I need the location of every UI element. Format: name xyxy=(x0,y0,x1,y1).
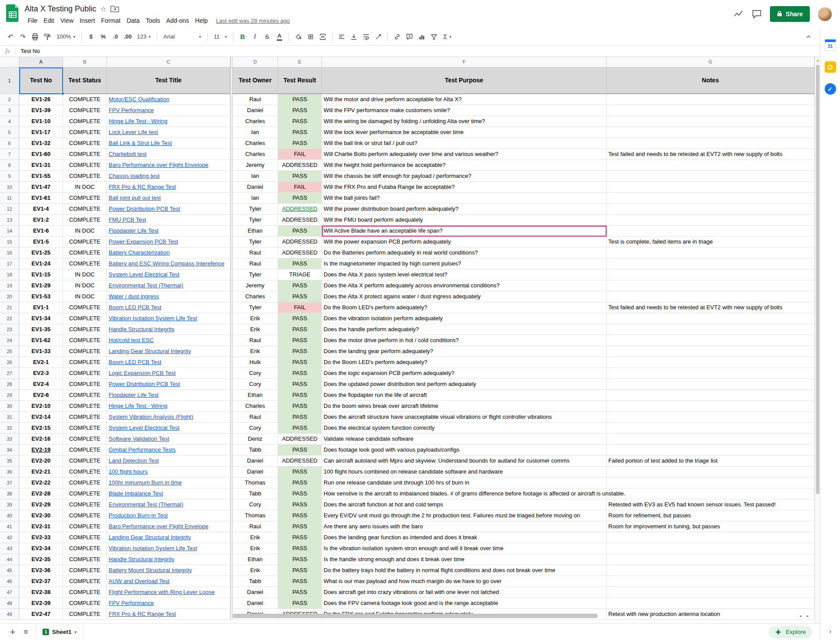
cell-D46[interactable]: Tabb xyxy=(233,576,278,587)
increase-decimal-button[interactable]: .00 xyxy=(122,31,134,42)
cell-A31[interactable]: EV2-14 xyxy=(19,412,63,423)
calendar-icon[interactable]: 31 xyxy=(825,39,836,51)
cell-G36[interactable] xyxy=(607,467,815,477)
cell-C40[interactable]: Production Burn-in Test xyxy=(107,510,230,521)
print-button[interactable] xyxy=(29,31,41,42)
cell-D18[interactable]: Tyler xyxy=(233,269,278,280)
formula-input[interactable]: Test No xyxy=(15,48,820,54)
cell-G47[interactable] xyxy=(607,587,815,598)
collapse-panel-chevron-icon[interactable]: › xyxy=(829,627,832,636)
cell-B34[interactable]: COMPLETE xyxy=(63,445,107,456)
row-header-41[interactable]: 41 xyxy=(0,521,19,532)
cell-A25[interactable]: EV1-33 xyxy=(19,346,63,357)
text-color-button[interactable]: A xyxy=(274,31,285,42)
cell-G21[interactable]: Test failed and needs to be retested at … xyxy=(607,302,815,313)
cell-E21[interactable]: FAIL xyxy=(278,302,322,313)
cell-E23[interactable]: PASS xyxy=(278,324,322,335)
text-rotation-button[interactable] xyxy=(373,31,384,42)
cell-F46[interactable]: What is our max payload and how much mar… xyxy=(322,576,607,587)
cell-G24[interactable] xyxy=(607,335,815,346)
text-wrap-button[interactable] xyxy=(360,31,372,42)
cell-A40[interactable]: EV2-30 xyxy=(19,510,63,521)
cell-G45[interactable] xyxy=(607,565,815,576)
cell-E26[interactable]: PASS xyxy=(278,357,322,368)
redo-button[interactable]: ↷ xyxy=(17,31,28,42)
cell-B30[interactable]: COMPLETE xyxy=(63,401,107,412)
cell-E25[interactable]: PASS xyxy=(278,346,322,357)
cell-F48[interactable]: Does the FPV camera footage look good an… xyxy=(322,598,607,609)
row-header-4[interactable]: 4 xyxy=(0,116,19,127)
cell-G6[interactable] xyxy=(607,138,815,149)
cell-G14[interactable] xyxy=(607,226,815,237)
row-header-34[interactable]: 34 xyxy=(0,445,19,456)
cell-F6[interactable]: Will the ball link or strut fail / pull … xyxy=(322,138,607,149)
cell-F39[interactable]: Does the aircraft function at hot and co… xyxy=(322,499,607,510)
borders-button[interactable]: ⊞ xyxy=(305,31,316,42)
cell-G7[interactable]: Test failed and needs to be retested at … xyxy=(607,149,815,160)
italic-button[interactable]: I xyxy=(249,31,261,42)
row-header-9[interactable]: 9 xyxy=(0,171,19,182)
cell-D33[interactable]: Deniz xyxy=(233,434,278,445)
cell-A3[interactable]: EV1-39 xyxy=(19,105,63,116)
cell-G16[interactable] xyxy=(607,248,815,258)
cell-D9[interactable]: Ian xyxy=(233,171,278,182)
row-header-22[interactable]: 22 xyxy=(0,313,19,324)
row-header-30[interactable]: 30 xyxy=(0,401,19,412)
cell-E9[interactable]: PASS xyxy=(278,171,322,182)
row-header-40[interactable]: 40 xyxy=(0,510,19,521)
cell-F34[interactable]: Does footage look good with various payl… xyxy=(322,445,607,456)
cell-E16[interactable]: ADDRESSED xyxy=(278,248,322,258)
row-header-14[interactable]: 14 xyxy=(0,226,19,237)
menu-view[interactable]: View xyxy=(57,17,77,24)
row-header-3[interactable]: 3 xyxy=(0,105,19,116)
cell-C19[interactable]: Environmental Test (Thermal) xyxy=(107,280,230,291)
cell-E34[interactable]: PASS xyxy=(278,445,322,456)
cell-C28[interactable]: Power Distribution PCB Test xyxy=(107,379,230,390)
cell-A35[interactable]: EV2-20 xyxy=(19,456,63,467)
cell-E47[interactable]: PASS xyxy=(278,587,322,598)
cell-C3[interactable]: FPV Performance xyxy=(107,105,230,116)
row-header-37[interactable]: 37 xyxy=(0,477,19,488)
cell-A9[interactable]: EV1-55 xyxy=(19,171,63,182)
cell-A33[interactable]: EV2-16 xyxy=(19,434,63,445)
cell-E5[interactable]: PASS xyxy=(278,127,322,138)
cell-D40[interactable]: Thomas xyxy=(233,510,278,521)
cell-G49[interactable]: Retest with new production antenna locat… xyxy=(607,609,815,620)
cell-A37[interactable]: EV2-22 xyxy=(19,477,63,488)
cell-G40[interactable]: Room for refinement, but passes xyxy=(607,510,815,521)
cell-G8[interactable] xyxy=(607,160,815,171)
cell-B35[interactable]: COMPLETE xyxy=(63,456,107,467)
cell-B15[interactable]: COMPLETE xyxy=(63,237,107,248)
cell-G17[interactable] xyxy=(607,258,815,269)
cell-E36[interactable]: PASS xyxy=(278,467,322,477)
cell-C43[interactable]: Vibration Isolation System Life Test xyxy=(107,543,230,554)
cell-B20[interactable]: IN DOC xyxy=(63,291,107,302)
cell-B47[interactable]: COMPLETE xyxy=(63,587,107,598)
cell-A20[interactable]: EV1-53 xyxy=(19,291,63,302)
cell-D2[interactable]: Raul xyxy=(233,94,278,105)
row-header-42[interactable]: 42 xyxy=(0,532,19,543)
cell-B16[interactable]: COMPLETE xyxy=(63,248,107,258)
cell-A47[interactable]: EV2-38 xyxy=(19,587,63,598)
cell-A17[interactable]: EV1-24 xyxy=(19,258,63,269)
cell-A45[interactable]: EV2-36 xyxy=(19,565,63,576)
cell-F45[interactable]: Do the battery trays hold the battery in… xyxy=(322,565,607,576)
cell-B6[interactable]: COMPLETE xyxy=(63,138,107,149)
cell-A12[interactable]: EV1-4 xyxy=(19,204,63,215)
row-header-32[interactable]: 32 xyxy=(0,423,19,434)
cell-A13[interactable]: EV1-2 xyxy=(19,215,63,226)
cell-D11[interactable]: Ian xyxy=(233,193,278,204)
row-header-12[interactable]: 12 xyxy=(0,204,19,215)
cell-G33[interactable] xyxy=(607,434,815,445)
cell-B29[interactable]: COMPLETE xyxy=(63,390,107,401)
cell-D45[interactable]: Erik xyxy=(233,565,278,576)
select-all-corner[interactable] xyxy=(0,57,19,67)
cell-E46[interactable]: PASS xyxy=(278,576,322,587)
row-header-15[interactable]: 15 xyxy=(0,237,19,248)
strikethrough-button[interactable]: S xyxy=(261,31,273,42)
font-size-select[interactable]: 11▾ xyxy=(211,31,230,42)
column-header-D[interactable]: D xyxy=(233,57,278,67)
cell-A26[interactable]: EV2-1 xyxy=(19,357,63,368)
cell-B2[interactable]: COMPLETE xyxy=(63,94,107,105)
sheets-logo-icon[interactable] xyxy=(6,4,19,22)
